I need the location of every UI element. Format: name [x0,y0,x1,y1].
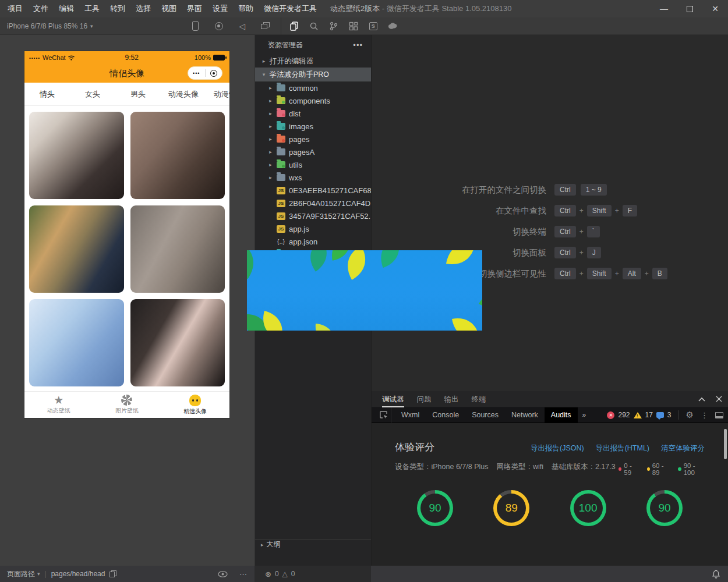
menu-file[interactable]: 文件 [28,0,54,17]
menu-interface[interactable]: 界面 [182,0,207,17]
kebab-menu-icon[interactable]: ⋮ [697,411,712,420]
folder-pages[interactable]: ▸pages [255,133,371,146]
error-count[interactable]: 292 [618,411,630,419]
json-file-icon: {..} [277,238,285,245]
maximize-button[interactable] [677,0,702,17]
avatar-photo[interactable] [29,205,124,293]
export-html-link[interactable]: 导出报告(HTML) [596,443,649,453]
exit-icon[interactable] [206,70,222,77]
menu-select[interactable]: 选择 [130,0,156,17]
tab-terminal[interactable]: 终端 [472,391,486,407]
extensions-icon[interactable] [344,17,363,35]
record-icon[interactable] [210,17,228,35]
score-gauge[interactable]: 90 [417,490,453,526]
copy-icon[interactable] [109,570,116,577]
git-branch-icon[interactable] [324,17,343,35]
tab-network[interactable]: Network [505,407,545,423]
tabbar-image-wallpaper[interactable]: 图片壁纸 [93,395,161,415]
score-gauge[interactable]: 89 [493,490,529,526]
tab-problems[interactable]: 问题 [417,391,432,407]
menu-edit[interactable]: 编辑 [54,0,79,17]
phone-mode-icon[interactable] [186,17,205,35]
file-item[interactable]: JS3457A9F315271CAF52... [255,210,371,222]
device-selector[interactable]: iPhone 6/7/8 Plus 85% 16▾ [7,22,93,30]
avatar-photo[interactable] [130,205,225,293]
score-gauge[interactable]: 100 [570,490,606,526]
clear-score-link[interactable]: 清空体验评分 [661,443,705,453]
tab-output[interactable]: 输出 [444,391,459,407]
dock-icon[interactable] [715,412,723,418]
ellipsis-icon[interactable]: ⋯ [239,570,248,579]
tabbar-live-wallpaper[interactable]: ★ 动态壁纸 [24,395,93,415]
tab-anime[interactable]: 动漫头像 [161,89,206,100]
score-gauge[interactable]: 90 [646,490,683,526]
menu-project[interactable]: 项目 [2,0,28,17]
tab-audits[interactable]: Audits [545,407,578,423]
menu-devtools[interactable]: 微信开发者工具 [259,0,322,17]
search-icon[interactable] [305,17,323,35]
scrollbar[interactable] [724,429,727,459]
avatar-photo[interactable] [130,112,225,199]
tab-wxml[interactable]: Wxml [395,407,426,423]
files-icon[interactable] [285,17,303,35]
more-icon[interactable]: ••• [188,70,205,76]
tab-debugger[interactable]: 调试器 [382,391,404,407]
category-tabs: 情头 女头 男头 动漫头像 动漫情侣 [24,83,229,106]
tab-male[interactable]: 男头 [115,89,161,100]
storage-icon[interactable]: S [364,17,383,35]
js-file-icon: JS [277,225,285,233]
cloud-icon[interactable] [384,17,402,35]
avatar-photo[interactable] [130,299,225,386]
export-json-link[interactable]: 导出报告(JSON) [531,443,584,453]
gear-icon[interactable]: ⚙ [686,410,694,420]
inspect-icon[interactable] [376,407,391,423]
menu-settings[interactable]: 设置 [207,0,233,17]
avatar-photo[interactable] [29,299,124,386]
tab-sources[interactable]: Sources [465,407,505,423]
collapse-icon[interactable] [698,397,705,402]
close-button[interactable]: ✕ [702,0,728,17]
phone-nav-bar: 情侣头像 ••• [24,64,229,83]
menu-view[interactable]: 视图 [156,0,182,17]
eye-icon[interactable] [218,571,228,577]
file-item[interactable]: JSapp.js [255,222,371,235]
tab-anime-couple[interactable]: 动漫情侣 [206,89,229,100]
mute-icon[interactable]: ◁ [233,17,252,35]
tab-female[interactable]: 女头 [70,89,115,100]
message-count[interactable]: 3 [667,411,672,419]
tabbar-featured-avatar[interactable]: 精选头像 [161,395,229,416]
folder-dist[interactable]: ▸dist [255,107,371,120]
tab-console[interactable]: Console [426,407,465,423]
multi-window-icon[interactable] [256,17,275,35]
menu-help[interactable]: 帮助 [233,0,259,17]
folder-images[interactable]: ▸images [255,120,371,133]
page-path-selector[interactable]: 页面路径 [7,569,35,579]
tab-couple[interactable]: 情头 [24,89,70,100]
folder-components[interactable]: ▸components [255,94,371,107]
problems-summary[interactable]: ⊗ 0 △ 0 [255,566,371,582]
capsule-menu[interactable]: ••• [188,66,222,80]
open-editors-section[interactable]: ▸ 打开的编辑器 [255,55,371,68]
explorer-more-icon[interactable]: ••• [353,41,363,49]
menu-tools[interactable]: 工具 [79,0,105,17]
avatar-photo[interactable] [29,112,124,199]
folder-common[interactable]: ▸common [255,81,371,94]
file-item[interactable]: JS0E3AEEB415271CAF68... [255,184,371,197]
score-gauges: 90 89 100 90 [395,490,705,526]
file-item[interactable]: JS2B6F04A015271CAF4D... [255,197,371,210]
bell-icon[interactable] [712,570,720,579]
more-tabs-icon[interactable]: » [578,411,591,419]
project-root[interactable]: ▾ 学法减分助手PRO [255,68,371,81]
simulator-panel: ••••• WeChat 9:52 100% 情侣头像 ••• 情头 女头 男头… [0,35,255,566]
file-item[interactable]: {..}app.json [255,235,371,248]
warning-count[interactable]: 17 [645,411,653,419]
folder-utils[interactable]: ▸utils [255,158,371,171]
menu-goto[interactable]: 转到 [105,0,130,17]
close-icon[interactable] [716,396,722,402]
chevron-down-icon: ▾ [261,72,267,77]
outline-section[interactable]: ▸ 大纲 [255,539,372,549]
folder-pagesA[interactable]: ▸pagesA [255,146,371,158]
legend-dot-yellow [647,467,650,471]
minimize-button[interactable]: — [651,0,677,17]
folder-wxs[interactable]: ▸wxs [255,171,371,184]
